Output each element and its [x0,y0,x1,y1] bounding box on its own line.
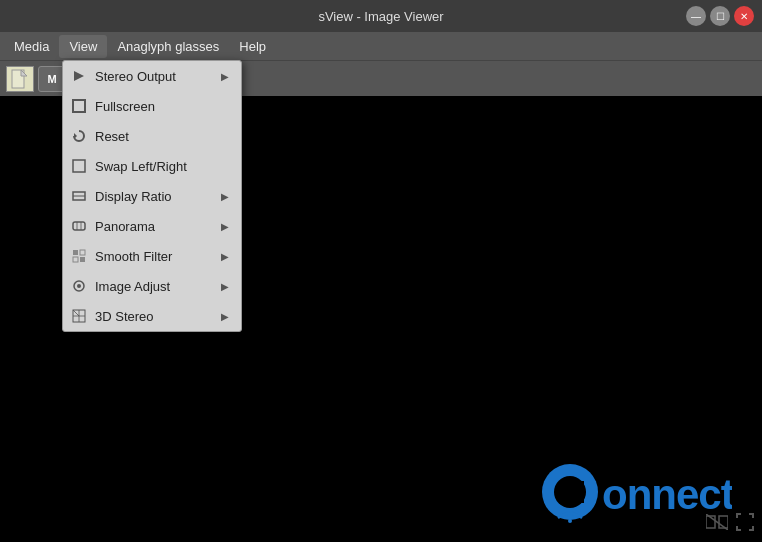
smooth-filter-icon [71,248,87,264]
menu-help[interactable]: Help [229,35,276,58]
panorama-arrow: ▶ [221,221,229,232]
view-dropdown-menu: Stereo Output ▶ Fullscreen Reset Swap Le… [62,60,242,332]
menu-item-fullscreen[interactable]: Fullscreen [63,91,241,121]
maximize-button[interactable]: ☐ [710,6,730,26]
swap-label: Swap Left/Right [95,159,229,174]
stereo-icon [706,514,728,533]
reset-label: Reset [95,129,229,144]
title-bar: sView - Image Viewer — ☐ ✕ [0,0,762,32]
connect-logo-svg: onnect [532,457,732,527]
stereo-output-label: Stereo Output [95,69,213,84]
display-ratio-label: Display Ratio [95,189,213,204]
fullscreen-icon[interactable] [736,513,754,534]
window-controls: — ☐ ✕ [686,6,754,26]
svg-rect-16 [73,257,78,262]
stereo-output-arrow: ▶ [221,71,229,82]
menu-bar: Media View Anaglyph glasses Help [0,32,762,60]
display-ratio-arrow: ▶ [221,191,229,202]
menu-item-smooth-filter[interactable]: Smooth Filter ▶ [63,241,241,271]
3d-stereo-icon [71,308,87,324]
svg-rect-11 [73,222,85,230]
menu-item-image-adjust[interactable]: Image Adjust ▶ [63,271,241,301]
reset-icon [71,128,87,144]
display-ratio-icon [71,188,87,204]
fullscreen-label: Fullscreen [95,99,229,114]
menu-media[interactable]: Media [4,35,59,58]
svg-line-23 [73,310,79,316]
menu-item-reset[interactable]: Reset [63,121,241,151]
svg-text:onnect: onnect [602,471,732,518]
menu-item-stereo-output[interactable]: Stereo Output ▶ [63,61,241,91]
image-adjust-arrow: ▶ [221,281,229,292]
svg-rect-15 [80,250,85,255]
bottom-right-icons [706,513,754,534]
menu-item-3d-stereo[interactable]: 3D Stereo ▶ [63,301,241,331]
minimize-button[interactable]: — [686,6,706,26]
3d-stereo-arrow: ▶ [221,311,229,322]
svg-rect-8 [73,160,85,172]
smooth-filter-label: Smooth Filter [95,249,213,264]
svg-marker-5 [74,71,84,81]
menu-item-swap-left-right[interactable]: Swap Left/Right [63,151,241,181]
3d-stereo-label: 3D Stereo [95,309,213,324]
menu-item-panorama[interactable]: Panorama ▶ [63,211,241,241]
panorama-icon [71,218,87,234]
swap-icon [71,158,87,174]
svg-rect-6 [73,100,85,112]
svg-rect-14 [73,250,78,255]
svg-point-19 [77,284,81,288]
image-adjust-label: Image Adjust [95,279,213,294]
svg-point-28 [568,519,572,523]
menu-item-display-ratio[interactable]: Display Ratio ▶ [63,181,241,211]
svg-marker-7 [74,133,77,139]
connect-logo: onnect [532,457,732,527]
svg-rect-17 [80,257,85,262]
file-button[interactable] [6,66,34,92]
menu-anaglyph[interactable]: Anaglyph glasses [107,35,229,58]
image-adjust-icon [71,278,87,294]
close-button[interactable]: ✕ [734,6,754,26]
fullscreen-icon [71,98,87,114]
svg-rect-26 [564,481,584,503]
window-title: sView - Image Viewer [318,9,443,24]
stereo-output-icon [71,68,87,84]
menu-view[interactable]: View [59,35,107,58]
smooth-filter-arrow: ▶ [221,251,229,262]
panorama-label: Panorama [95,219,213,234]
